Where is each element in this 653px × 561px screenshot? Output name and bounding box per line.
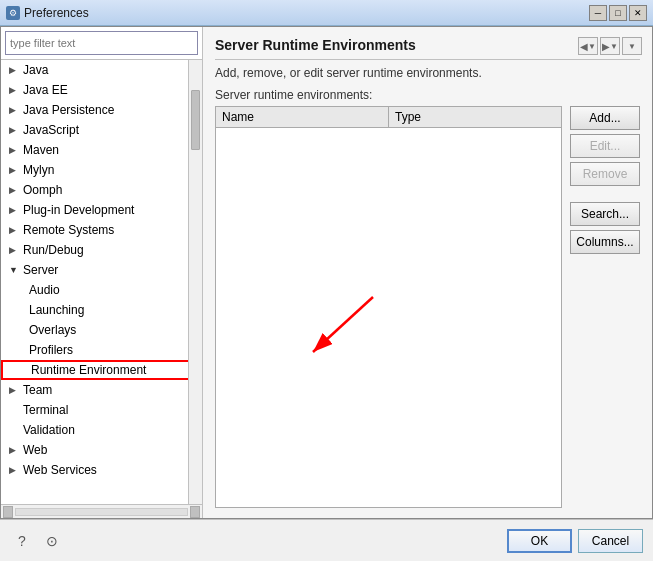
search-button[interactable]: Search... bbox=[570, 202, 640, 226]
close-button[interactable]: ✕ bbox=[629, 5, 647, 21]
side-buttons: Add... Edit... Remove Search... Columns.… bbox=[570, 106, 640, 508]
tree-item-terminal[interactable]: ▶ Terminal bbox=[1, 400, 202, 420]
add-button[interactable]: Add... bbox=[570, 106, 640, 130]
tree-label-launching: Launching bbox=[29, 303, 84, 317]
help-button[interactable]: ? bbox=[10, 529, 34, 553]
tree-label-maven: Maven bbox=[23, 143, 59, 157]
tree-label-audio: Audio bbox=[29, 283, 60, 297]
back-button[interactable]: ◀ ▼ bbox=[578, 37, 598, 55]
panel-sublabel: Server runtime environments: bbox=[215, 88, 640, 102]
cancel-button[interactable]: Cancel bbox=[578, 529, 643, 553]
app-icon: ⚙ bbox=[6, 6, 20, 20]
tree-scrollbar-thumb[interactable] bbox=[191, 90, 200, 150]
tree-child-audio[interactable]: Audio bbox=[1, 280, 202, 300]
tree-item-web[interactable]: ▶ Web bbox=[1, 440, 202, 460]
panel-description: Add, remove, or edit server runtime envi… bbox=[215, 66, 640, 80]
tree-item-java[interactable]: ▶ Java bbox=[1, 60, 202, 80]
tree-item-javascript[interactable]: ▶ JavaScript bbox=[1, 120, 202, 140]
tree-label-mylyn: Mylyn bbox=[23, 163, 54, 177]
table-header-type: Type bbox=[389, 107, 561, 127]
right-panel: ◀ ▼ ▶ ▼ ▼ Server Runtime Environments Ad… bbox=[203, 27, 652, 518]
tree-item-team[interactable]: ▶ Team bbox=[1, 380, 202, 400]
edit-button[interactable]: Edit... bbox=[570, 134, 640, 158]
tree-label-javascript: JavaScript bbox=[23, 123, 79, 137]
panel-title: Server Runtime Environments bbox=[215, 37, 640, 60]
columns-button[interactable]: Columns... bbox=[570, 230, 640, 254]
tree-label-java: Java bbox=[23, 63, 48, 77]
tree-item-server[interactable]: ▼ Server bbox=[1, 260, 202, 280]
minimize-button[interactable]: ─ bbox=[589, 5, 607, 21]
tree-item-oomph[interactable]: ▶ Oomph bbox=[1, 180, 202, 200]
tree-item-mylyn[interactable]: ▶ Mylyn bbox=[1, 160, 202, 180]
window-title: Preferences bbox=[24, 6, 89, 20]
tree-item-webservices[interactable]: ▶ Web Services bbox=[1, 460, 202, 480]
tree-label-javaee: Java EE bbox=[23, 83, 68, 97]
table-header-name: Name bbox=[216, 107, 389, 127]
tree-label-plugin: Plug-in Development bbox=[23, 203, 134, 217]
tree-label-oomph: Oomph bbox=[23, 183, 62, 197]
settings-button[interactable]: ⊙ bbox=[40, 529, 64, 553]
tree-item-javapersistence[interactable]: ▶ Java Persistence bbox=[1, 100, 202, 120]
remove-button[interactable]: Remove bbox=[570, 162, 640, 186]
tree-label-webservices: Web Services bbox=[23, 463, 97, 477]
tree-label-overlays: Overlays bbox=[29, 323, 76, 337]
nav-dropdown-button[interactable]: ▼ bbox=[622, 37, 642, 55]
tree-container: ▶ Java ▶ Java EE ▶ Java Persistence ▶ Ja… bbox=[1, 60, 202, 504]
tree-label-server: Server bbox=[23, 263, 58, 277]
maximize-button[interactable]: □ bbox=[609, 5, 627, 21]
help-icon: ? bbox=[18, 533, 26, 549]
nav-arrows: ◀ ▼ ▶ ▼ ▼ bbox=[578, 37, 642, 55]
table-header-row: Name Type bbox=[216, 107, 561, 128]
title-bar: ⚙ Preferences ─ □ ✕ bbox=[0, 0, 653, 26]
table-body bbox=[216, 128, 561, 507]
tree-child-runtime[interactable]: Runtime Environment bbox=[1, 360, 202, 380]
forward-button[interactable]: ▶ ▼ bbox=[600, 37, 620, 55]
tree-child-launching[interactable]: Launching bbox=[1, 300, 202, 320]
tree-item-remote[interactable]: ▶ Remote Systems bbox=[1, 220, 202, 240]
tree-label-web: Web bbox=[23, 443, 47, 457]
tree-label-profilers: Profilers bbox=[29, 343, 73, 357]
tree-label-team: Team bbox=[23, 383, 52, 397]
tree-label-remote: Remote Systems bbox=[23, 223, 114, 237]
tree-child-overlays[interactable]: Overlays bbox=[1, 320, 202, 340]
tree-label-validation: Validation bbox=[23, 423, 75, 437]
tree-child-profilers[interactable]: Profilers bbox=[1, 340, 202, 360]
tree-item-rundebug[interactable]: ▶ Run/Debug bbox=[1, 240, 202, 260]
tree-label-javapersistence: Java Persistence bbox=[23, 103, 114, 117]
tree-item-plugin[interactable]: ▶ Plug-in Development bbox=[1, 200, 202, 220]
tree-label-terminal: Terminal bbox=[23, 403, 68, 417]
bottom-right-buttons: OK Cancel bbox=[507, 529, 643, 553]
settings-icon: ⊙ bbox=[46, 533, 58, 549]
window-controls: ─ □ ✕ bbox=[589, 5, 647, 21]
tree-label-runtime: Runtime Environment bbox=[31, 363, 146, 377]
filter-input[interactable] bbox=[5, 31, 198, 55]
tree-hscroll[interactable] bbox=[1, 504, 202, 518]
left-panel: ▶ Java ▶ Java EE ▶ Java Persistence ▶ Ja… bbox=[1, 27, 203, 518]
runtime-table: Name Type bbox=[215, 106, 562, 508]
tree-scrollbar[interactable] bbox=[188, 60, 202, 504]
bottom-left-icons: ? ⊙ bbox=[10, 529, 64, 553]
tree-item-maven[interactable]: ▶ Maven bbox=[1, 140, 202, 160]
bottom-bar: ? ⊙ OK Cancel bbox=[0, 519, 653, 561]
tree-item-javaee[interactable]: ▶ Java EE bbox=[1, 80, 202, 100]
tree-item-validation[interactable]: ▶ Validation bbox=[1, 420, 202, 440]
tree-label-rundebug: Run/Debug bbox=[23, 243, 84, 257]
ok-button[interactable]: OK bbox=[507, 529, 572, 553]
